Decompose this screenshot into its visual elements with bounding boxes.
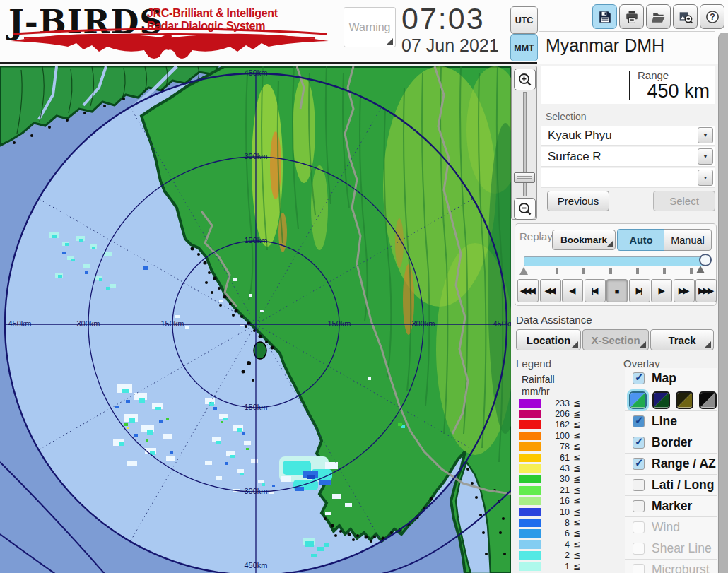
map-style-gray[interactable]: [699, 391, 717, 409]
legend-color-swatch: [519, 562, 541, 571]
checkbox-marker[interactable]: [633, 500, 645, 512]
legend-row: 16≦: [519, 496, 597, 507]
print-button[interactable]: [619, 4, 644, 29]
legend-row: 6≦: [519, 528, 597, 539]
checkbox-map[interactable]: [633, 372, 645, 384]
overlay-item-map[interactable]: Map: [625, 368, 717, 389]
legend-row: 2≦: [519, 550, 597, 560]
select-button[interactable]: Select: [653, 191, 715, 211]
topbar-underline: [0, 62, 537, 64]
auto-mode-button[interactable]: Auto: [617, 229, 665, 251]
x-section-button[interactable]: X-Section: [582, 329, 649, 350]
svg-text:150km: 150km: [160, 319, 184, 328]
clock-date: 07 Jun 2021: [401, 35, 515, 56]
chevron-down-icon[interactable]: [698, 148, 713, 165]
toolbar: ?: [592, 4, 724, 29]
time-tick: [609, 268, 612, 274]
svg-text:450km: 450km: [244, 561, 267, 569]
legend-unit-2: mm/hr: [522, 386, 550, 397]
svg-text:150km: 150km: [244, 403, 267, 411]
save-button[interactable]: [592, 4, 617, 29]
time-tick: [582, 268, 585, 274]
print-icon: [625, 10, 639, 24]
open-folder-button[interactable]: [646, 4, 671, 29]
capture-icon: [679, 10, 693, 24]
svg-text:450km: 450km: [493, 319, 511, 328]
bookmark-button[interactable]: Bookmark: [552, 230, 616, 250]
open-folder-icon: [652, 10, 666, 24]
track-button[interactable]: Track: [650, 329, 714, 350]
legend-row: 78≦: [519, 442, 597, 452]
play-forward-button[interactable]: ▶: [651, 279, 672, 302]
warning-button[interactable]: Warning: [344, 7, 396, 47]
time-tick: [556, 268, 558, 274]
replay-progress-handle[interactable]: [699, 254, 712, 266]
eagle-logo-icon: [7, 27, 332, 62]
zoom-out-button[interactable]: [514, 198, 536, 220]
checkbox-border[interactable]: [633, 437, 645, 449]
manual-mode-button[interactable]: Manual: [664, 229, 712, 251]
help-button[interactable]: ?: [700, 4, 724, 29]
sidebar-separator: [539, 31, 715, 32]
svg-text:?: ?: [710, 12, 715, 22]
svg-text:300km: 300km: [244, 487, 267, 495]
capture-button[interactable]: [673, 4, 698, 29]
legend-color-swatch: [519, 399, 541, 408]
replay-progress-track[interactable]: [524, 256, 708, 266]
extra-select[interactable]: [541, 168, 715, 188]
stop-button[interactable]: ■: [606, 279, 628, 302]
overlay-item-range-az[interactable]: Range / AZ: [625, 453, 717, 474]
overlay-item-border[interactable]: Border: [625, 432, 717, 453]
clock-time: 07:03: [401, 1, 507, 36]
legend-row: 206≦: [519, 408, 597, 419]
zoom-slider-handle[interactable]: [514, 172, 535, 183]
overlay-item-wind: Wind: [625, 516, 717, 538]
range-end-marker[interactable]: [696, 266, 705, 273]
zoom-in-button[interactable]: [514, 69, 536, 90]
step-backward-button[interactable]: |◀: [585, 279, 606, 302]
map-style-terrain[interactable]: [629, 391, 647, 409]
range-panel: Range 450 km: [541, 66, 715, 104]
product-select[interactable]: Surface R: [541, 147, 715, 167]
checkbox-range-az[interactable]: [633, 458, 645, 470]
legend-color-swatch: [519, 519, 541, 527]
time-tick: [663, 268, 666, 274]
map-zoom-controls: [511, 66, 537, 220]
legend-color-swatch: [519, 486, 541, 495]
time-tick: [690, 268, 693, 274]
rewind-3x-button[interactable]: ◀◀◀: [517, 279, 539, 302]
radar-map[interactable]: 450km 300km 150km 150km 300km 450km 450k…: [0, 66, 511, 573]
overlay-item-lati-long[interactable]: Lati / Long: [625, 474, 717, 495]
overlay-item-line[interactable]: Line: [625, 410, 717, 432]
playback-controls: ◀◀◀ ◀◀ ◀ |◀ ■ ▶| ▶ ▶▶ ▶▶▶: [517, 279, 717, 302]
utc-button[interactable]: UTC: [510, 6, 538, 34]
forward-2x-button[interactable]: ▶▶: [674, 279, 695, 302]
range-start-marker[interactable]: [519, 267, 528, 275]
site-select[interactable]: Kyauk Phyu: [541, 126, 715, 146]
forward-3x-button[interactable]: ▶▶▶: [695, 279, 717, 302]
chevron-down-icon[interactable]: [698, 127, 713, 143]
legend-color-swatch: [519, 410, 541, 418]
rewind-2x-button[interactable]: ◀◀: [540, 279, 561, 302]
svg-text:450km: 450km: [8, 319, 31, 328]
checkbox-lati-long[interactable]: [633, 479, 645, 491]
chevron-down-icon[interactable]: [698, 170, 713, 186]
zoom-out-icon: [517, 201, 533, 217]
range-label: Range: [638, 69, 669, 81]
legend-row: 1≦: [519, 561, 597, 572]
checkbox-line[interactable]: [633, 415, 645, 427]
overlay-item-marker[interactable]: Marker: [625, 495, 717, 516]
play-backward-button[interactable]: ◀: [562, 279, 583, 302]
legend-row: 8≦: [519, 517, 597, 528]
step-forward-button[interactable]: ▶|: [629, 279, 650, 302]
previous-button[interactable]: Previous: [547, 191, 609, 211]
map-style-olive[interactable]: [676, 391, 693, 409]
panel-scrollbar[interactable]: [718, 33, 728, 573]
location-button[interactable]: Location: [516, 329, 581, 350]
legend-color-swatch: [519, 454, 541, 462]
map-style-row: [625, 389, 717, 410]
checkbox-wind: [633, 521, 645, 533]
mmt-button[interactable]: MMT: [510, 34, 538, 61]
legend-label: Legend: [516, 358, 551, 370]
map-style-dark[interactable]: [652, 391, 670, 409]
